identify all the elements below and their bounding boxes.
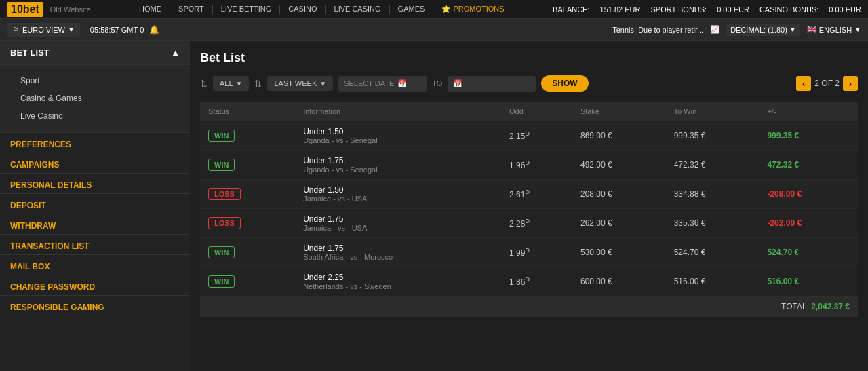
page-current: 2 <box>814 79 819 88</box>
period-filter-button[interactable]: LAST WEEK ▼ <box>267 76 333 91</box>
sidebar-item-campaigns[interactable]: CAMPAIGNS <box>0 153 190 173</box>
nav-home[interactable]: HOME <box>131 5 170 14</box>
calendar-icon: 📅 <box>397 79 407 88</box>
nav-live-casino[interactable]: LIVE CASINO <box>326 5 390 14</box>
odd-value: 1.99D <box>509 248 530 258</box>
status-cell: LOSS <box>200 209 295 238</box>
sidebar-item-mail-box[interactable]: MAIL BOX <box>0 254 190 275</box>
odd-cell: 2.15D <box>501 121 572 151</box>
col-to-win: To Win <box>666 102 760 121</box>
towin-cell: 334.88 € <box>666 180 760 209</box>
towin-value: 524.70 € <box>674 248 706 257</box>
period-filter-label: LAST WEEK <box>274 79 317 87</box>
next-page-button[interactable]: › <box>843 76 858 91</box>
sidebar-item-responsible-gaming[interactable]: RESPONSIBLE GAMING <box>0 295 190 315</box>
page-info: 2 OF 2 <box>814 79 840 88</box>
stake-value: 492.00 € <box>580 160 612 170</box>
sidebar-item-transaction-list[interactable]: TRANSACTION LIST <box>0 234 190 254</box>
all-filter-label: ALL <box>220 79 233 87</box>
sidebar-item-withdraw[interactable]: WITHDRAW <box>0 214 190 234</box>
all-filter-button[interactable]: ALL ▼ <box>213 76 249 91</box>
towin-cell: 999.35 € <box>666 121 760 151</box>
sidebar-item-live-casino[interactable]: Live Casino <box>10 107 180 125</box>
chevron-down-icon: ▼ <box>854 26 861 33</box>
towin-cell: 335.36 € <box>666 209 760 238</box>
towin-value: 516.00 € <box>674 277 706 286</box>
table-row: WIN Under 1.75 South Africa - vs - Moroc… <box>200 238 858 267</box>
nav-promotions[interactable]: ⭐ PROMOTIONS <box>433 5 512 14</box>
table-row: WIN Under 1.50 Uganda - vs - Senegal 2.1… <box>200 121 858 151</box>
euro-view-label: EURO VIEW <box>22 26 65 34</box>
language-selector[interactable]: 🇬🇧 ENGLISH ▼ <box>807 25 861 34</box>
nav-games[interactable]: GAMES <box>390 5 434 14</box>
decimal-label: DECIMAL: (1.80) <box>730 26 787 34</box>
show-button[interactable]: SHOW <box>541 75 588 92</box>
second-navigation: 🏳 EURO VIEW ▼ 05:58:57 GMT-0 🔔 Tennis: D… <box>0 19 868 41</box>
sidebar-item-change-password[interactable]: CHANGE PASSWORD <box>0 275 190 295</box>
main-content: Bet List ⇅ ALL ▼ ⇅ LAST WEEK ▼ SELECT DA… <box>190 41 868 371</box>
old-website-link[interactable]: Old Website <box>50 5 91 14</box>
bet-info-main: Under 1.50 <box>303 127 493 136</box>
sidebar-bet-type-section: Sport Casino & Games Live Casino <box>0 65 190 132</box>
chevron-down-icon: ▼ <box>68 26 75 33</box>
page-of-label: OF <box>821 79 833 88</box>
chevron-up-icon: ▲ <box>171 47 180 58</box>
odd-cell: 2.61D <box>501 180 572 209</box>
date-from-input[interactable]: SELECT DATE 📅 <box>338 76 427 92</box>
stake-value: 530.00 € <box>580 248 612 257</box>
nav-sport[interactable]: SPORT <box>170 5 213 14</box>
date-to-label: TO <box>432 79 442 87</box>
sport-bonus-label: SPORT BONUS: <box>650 5 707 14</box>
nav-live-betting[interactable]: LIVE BETTING <box>213 5 281 14</box>
date-to-input[interactable]: 📅 <box>448 76 536 92</box>
odd-cell: 2.28D <box>501 209 572 238</box>
status-badge: WIN <box>208 275 235 288</box>
col-odd: Odd <box>501 102 572 121</box>
status-badge: WIN <box>208 159 235 171</box>
status-badge: WIN <box>208 246 235 258</box>
total-amount: 2,042.37 € <box>811 302 850 311</box>
status-cell: LOSS <box>200 180 295 209</box>
status-cell: WIN <box>200 121 295 151</box>
bell-icon[interactable]: 🔔 <box>149 25 159 35</box>
nav-casino[interactable]: CASINO <box>280 5 326 14</box>
bet-info-main: Under 1.75 <box>303 243 493 253</box>
sport-bonus-value: 0.00 EUR <box>717 5 749 14</box>
total-label: TOTAL: <box>781 302 809 311</box>
sidebar-item-casino-games[interactable]: Casino & Games <box>10 90 180 107</box>
towin-cell: 472.32 € <box>666 151 760 180</box>
odd-value: 2.28D <box>509 219 530 229</box>
euro-view-selector[interactable]: 🏳 EURO VIEW ▼ <box>7 23 80 37</box>
sidebar-item-preferences[interactable]: PREFERENCES <box>0 132 190 153</box>
sidebar-item-sport[interactable]: Sport <box>10 72 180 90</box>
balance-value: 151.82 EUR <box>600 5 641 14</box>
page-total: 2 <box>835 79 840 88</box>
bet-info-sub: Jamaica - vs - USA <box>303 224 493 232</box>
table-row: LOSS Under 1.75 Jamaica - vs - USA 2.28D… <box>200 209 858 238</box>
odd-value: 2.61D <box>509 190 530 199</box>
chevron-down-icon: ▼ <box>789 26 796 33</box>
table-total-row: TOTAL: 2,042.37 € <box>200 296 858 317</box>
pnl-cell: 472.32 € <box>759 151 858 180</box>
status-cell: WIN <box>200 267 295 296</box>
pagination: ‹ 2 OF 2 › <box>796 76 858 91</box>
casino-bonus-label: CASINO BONUS: <box>760 5 818 14</box>
table-header-row: Status Information Odd Stake To Win +/- <box>200 102 858 121</box>
odd-cell: 1.86D <box>501 267 572 296</box>
pnl-cell: 516.00 € <box>759 267 858 296</box>
bet-info-sub: Uganda - vs - Senegal <box>303 136 493 144</box>
sidebar-item-deposit[interactable]: DEPOSIT <box>0 193 190 214</box>
odd-value: 1.96D <box>509 161 530 170</box>
bet-info-main: Under 2.25 <box>303 273 493 282</box>
right-nav: Tennis: Due to player retir... 📈 DECIMAL… <box>612 24 861 36</box>
towin-value: 334.88 € <box>674 189 706 199</box>
col-information: Information <box>295 102 501 121</box>
chevron-down-icon: ▼ <box>319 80 326 87</box>
table-row: WIN Under 1.75 Uganda - vs - Senegal 1.9… <box>200 151 858 180</box>
sidebar-item-personal-details[interactable]: PERSONAL DETAILS <box>0 173 190 193</box>
page-title: Bet List <box>200 51 858 65</box>
prev-page-button[interactable]: ‹ <box>796 76 811 91</box>
stake-value: 208.00 € <box>580 189 612 199</box>
pnl-cell: -208.00 € <box>759 180 858 209</box>
decimal-selector[interactable]: DECIMAL: (1.80) ▼ <box>726 24 800 36</box>
